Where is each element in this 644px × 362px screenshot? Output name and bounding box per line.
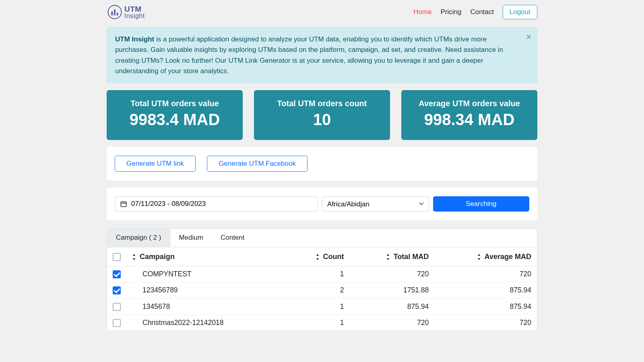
actions-card: Generate UTM link Generate UTM Facebook (107, 147, 537, 181)
cell-count: 1 (287, 266, 350, 282)
logout-button[interactable]: Logout (503, 5, 537, 19)
cell-total: 1751.88 (350, 282, 435, 298)
tabs: Campaign ( 2 ) Medium Content (107, 229, 537, 247)
row-checkbox[interactable] (113, 286, 121, 294)
row-checkbox[interactable] (113, 270, 121, 278)
date-range-input[interactable] (131, 200, 313, 208)
table-header-row: Campaign Count Total MAD Average MAD (107, 247, 537, 266)
row-checkbox[interactable] (113, 303, 121, 311)
alert-close-button[interactable]: × (526, 32, 531, 42)
tab-content[interactable]: Content (212, 228, 254, 247)
svg-rect-2 (111, 11, 113, 15)
cell-campaign: Christmas2022-12142018 (126, 315, 287, 331)
search-button[interactable]: Searching (433, 196, 530, 212)
stat-title: Total UTM orders count (258, 99, 386, 108)
table-row: Christmas2022-121420181720720 (107, 315, 537, 331)
navbar: UTM Insight Home Pricing Contact Logout (107, 0, 537, 27)
select-all-checkbox[interactable] (113, 253, 121, 261)
cell-avg: 720 (434, 315, 537, 331)
stat-avg-value: Average UTM orders value 998.34 MAD (401, 90, 537, 140)
logo[interactable]: UTM Insight (107, 4, 145, 20)
sort-icon (477, 254, 481, 260)
nav-links: Home Pricing Contact Logout (413, 5, 537, 19)
logo-text-1: UTM (124, 5, 145, 13)
logo-text-2: Insight (124, 13, 145, 19)
nav-pricing[interactable]: Pricing (440, 8, 461, 16)
filter-card: Africa/Abidjan Searching (107, 187, 537, 220)
stat-total-count: Total UTM orders count 10 (254, 90, 390, 140)
svg-rect-4 (117, 13, 118, 16)
tab-campaign[interactable]: Campaign ( 2 ) (107, 228, 170, 247)
col-select (107, 247, 126, 266)
results-table: Campaign Count Total MAD Average MAD (107, 247, 537, 331)
tab-medium[interactable]: Medium (170, 228, 212, 247)
sort-icon (386, 254, 390, 260)
calendar-icon (120, 200, 127, 208)
cell-count: 1 (287, 298, 350, 315)
svg-rect-5 (121, 202, 126, 207)
nav-contact[interactable]: Contact (470, 8, 494, 16)
cell-count: 1 (287, 315, 350, 331)
timezone-select[interactable]: Africa/Abidjan (322, 196, 429, 212)
cell-campaign: 1345678 (126, 298, 287, 315)
cell-avg: 875.94 (434, 282, 537, 298)
nav-home[interactable]: Home (413, 8, 431, 16)
close-icon: × (526, 32, 531, 42)
col-avg[interactable]: Average MAD (434, 247, 537, 266)
stat-title: Average UTM orders value (405, 99, 533, 108)
cell-total: 720 (350, 315, 435, 331)
sort-icon (316, 254, 320, 260)
cell-avg: 720 (434, 266, 537, 282)
stat-title: Total UTM orders value (111, 99, 239, 108)
alert-body: is a powerful application designed to an… (115, 35, 503, 75)
col-total[interactable]: Total MAD (350, 247, 435, 266)
col-label: Count (323, 253, 344, 261)
col-label: Total MAD (394, 253, 429, 261)
cell-total: 875.94 (350, 298, 435, 315)
date-range-input-wrap[interactable] (115, 196, 318, 212)
row-checkbox[interactable] (113, 319, 121, 327)
table-row: 13456781875.94875.94 (107, 298, 537, 315)
results-panel: Campaign ( 2 ) Medium Content Campaign C… (107, 228, 537, 331)
col-count[interactable]: Count (287, 247, 350, 266)
table-row: 12345678921751.88875.94 (107, 282, 537, 298)
stats-row: Total UTM orders value 9983.4 MAD Total … (107, 90, 537, 140)
col-label: Campaign (140, 253, 175, 261)
alert-title: UTM Insight (115, 35, 154, 43)
svg-rect-3 (114, 9, 115, 15)
col-label: Average MAD (485, 253, 531, 261)
sort-icon (132, 254, 136, 260)
cell-campaign: 123456789 (126, 282, 287, 298)
generate-utm-link-button[interactable]: Generate UTM link (115, 156, 196, 172)
logo-icon (107, 4, 123, 20)
generate-utm-facebook-button[interactable]: Generate UTM Facebook (207, 156, 308, 172)
cell-total: 720 (350, 266, 435, 282)
stat-value: 10 (258, 111, 386, 129)
table-row: COMPYNTEST1720720 (107, 266, 537, 282)
stat-total-value: Total UTM orders value 9983.4 MAD (107, 90, 243, 140)
stat-value: 9983.4 MAD (111, 111, 239, 129)
cell-count: 2 (287, 282, 350, 298)
stat-value: 998.34 MAD (405, 111, 533, 129)
cell-avg: 875.94 (434, 298, 537, 315)
col-campaign[interactable]: Campaign (126, 247, 287, 266)
info-alert: UTM Insight is a powerful application de… (107, 27, 537, 83)
cell-campaign: COMPYNTEST (126, 266, 287, 282)
